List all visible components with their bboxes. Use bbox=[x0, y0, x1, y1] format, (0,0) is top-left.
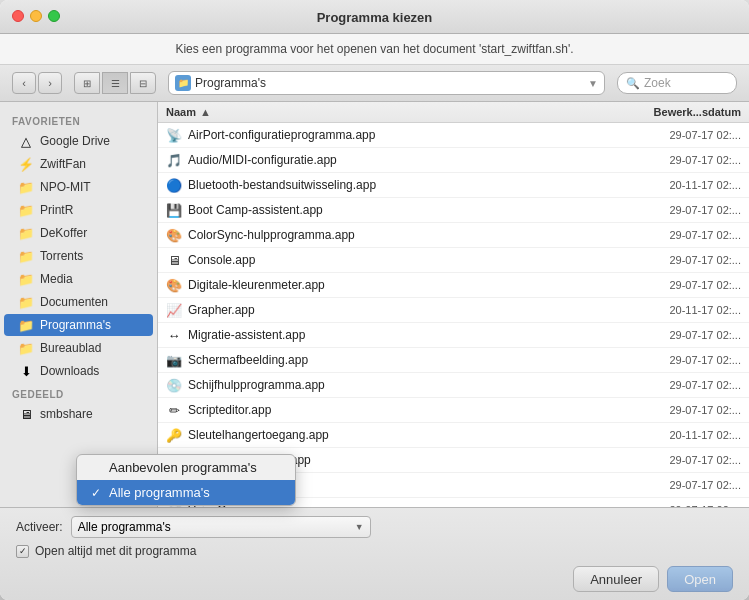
file-icon: 💿 bbox=[166, 377, 182, 393]
sort-indicator: ▲ bbox=[200, 106, 211, 118]
file-icon: 🎨 bbox=[166, 277, 182, 293]
icon-view-button[interactable]: ⊞ bbox=[74, 72, 100, 94]
view-buttons: ⊞ ☰ ⊟ bbox=[74, 72, 156, 94]
list-view-button[interactable]: ☰ bbox=[102, 72, 128, 94]
close-button[interactable] bbox=[12, 10, 24, 22]
table-row[interactable]: 🎨 Digitale-kleurenmeter.app 29-07-17 02:… bbox=[158, 273, 749, 298]
file-icon: 🔵 bbox=[166, 177, 182, 193]
sidebar-item-zwiftfan[interactable]: ⚡ ZwiftFan bbox=[4, 153, 153, 175]
sidebar-item-programmas[interactable]: 📁 Programma's bbox=[4, 314, 153, 336]
google-drive-icon: △ bbox=[18, 133, 34, 149]
file-date-cell: 20-11-17 02:... bbox=[629, 177, 749, 193]
sidebar-item-torrents[interactable]: 📁 Torrents bbox=[4, 245, 153, 267]
shared-section-label: GEDEELD bbox=[0, 383, 157, 402]
file-date-cell: 20-11-17 02:... bbox=[629, 427, 749, 443]
file-name-cell: 📈 Grapher.app bbox=[158, 300, 629, 320]
file-name-cell: 🔑 Sleutelhangertoegang.app bbox=[158, 425, 629, 445]
table-row[interactable]: 🎵 Audio/MIDI-configuratie.app 29-07-17 0… bbox=[158, 148, 749, 173]
file-icon: 💾 bbox=[166, 202, 182, 218]
file-icon: 🔑 bbox=[166, 427, 182, 443]
torrents-icon: 📁 bbox=[18, 248, 34, 264]
sidebar-item-label: Downloads bbox=[40, 364, 99, 378]
file-icon: 📈 bbox=[166, 302, 182, 318]
location-bar[interactable]: 📁 Programma's ▼ bbox=[168, 71, 605, 95]
open-always-checkbox[interactable]: ✓ bbox=[16, 545, 29, 558]
sidebar-item-label: ZwiftFan bbox=[40, 157, 86, 171]
sidebar-item-google-drive[interactable]: △ Google Drive bbox=[4, 130, 153, 152]
maximize-button[interactable] bbox=[48, 10, 60, 22]
column-view-button[interactable]: ⊟ bbox=[130, 72, 156, 94]
location-folder-icon: 📁 bbox=[175, 75, 191, 91]
dropdown-item-aanbevolen[interactable]: Aanbevolen programma's bbox=[77, 455, 295, 480]
traffic-lights bbox=[12, 10, 60, 22]
buttons-row: Annuleer Open bbox=[16, 566, 733, 592]
dropdown-item-label: Alle programma's bbox=[109, 485, 210, 500]
sidebar-item-label: Torrents bbox=[40, 249, 83, 263]
sidebar-item-documenten[interactable]: 📁 Documenten bbox=[4, 291, 153, 313]
main-content: FAVORIETEN △ Google Drive ⚡ ZwiftFan 📁 N… bbox=[0, 102, 749, 507]
table-row[interactable]: 🔑 Sleutelhangertoegang.app 20-11-17 02:.… bbox=[158, 423, 749, 448]
sidebar-item-printr[interactable]: 📁 PrintR bbox=[4, 199, 153, 221]
table-row[interactable]: 📈 Grapher.app 20-11-17 02:... bbox=[158, 298, 749, 323]
activeer-dropdown[interactable]: Alle programma's ▼ bbox=[71, 516, 371, 538]
sidebar-item-bureaublad[interactable]: 📁 Bureaublad bbox=[4, 337, 153, 359]
location-text: Programma's bbox=[195, 76, 584, 90]
table-row[interactable]: 🎨 ColorSync-hulpprogramma.app 29-07-17 0… bbox=[158, 223, 749, 248]
file-name-cell: 🖥 Console.app bbox=[158, 250, 629, 270]
file-date-cell: 29-07-17 02:... bbox=[629, 377, 749, 393]
forward-button[interactable]: › bbox=[38, 72, 62, 94]
table-row[interactable]: 🔵 Bluetooth-bestandsuitwisseling.app 20-… bbox=[158, 173, 749, 198]
file-name-cell: 📷 Schermafbeelding.app bbox=[158, 350, 629, 370]
search-placeholder: Zoek bbox=[644, 76, 671, 90]
sidebar-item-label: smbshare bbox=[40, 407, 93, 421]
sidebar-item-media[interactable]: 📁 Media bbox=[4, 268, 153, 290]
table-row[interactable]: 💿 Schijfhulpprogramma.app 29-07-17 02:..… bbox=[158, 373, 749, 398]
file-date-cell: 29-07-17 02:... bbox=[629, 252, 749, 268]
sidebar-item-smbshare[interactable]: 🖥 smbshare bbox=[4, 403, 153, 425]
programmas-icon: 📁 bbox=[18, 317, 34, 333]
search-bar[interactable]: 🔍 Zoek bbox=[617, 72, 737, 94]
table-row[interactable]: 📡 AirPort-configuratieprogramma.app 29-0… bbox=[158, 123, 749, 148]
sidebar-item-downloads[interactable]: ⬇ Downloads bbox=[4, 360, 153, 382]
sidebar-item-dekoffer[interactable]: 📁 DeKoffer bbox=[4, 222, 153, 244]
table-row[interactable]: 📷 Schermafbeelding.app 29-07-17 02:... bbox=[158, 348, 749, 373]
file-icon: 📷 bbox=[166, 352, 182, 368]
dropdown-item-alle[interactable]: ✓ Alle programma's bbox=[77, 480, 295, 505]
file-icon: ✏ bbox=[166, 402, 182, 418]
file-name-cell: 💾 Boot Camp-assistent.app bbox=[158, 200, 629, 220]
file-name-cell: 💿 Schijfhulpprogramma.app bbox=[158, 375, 629, 395]
media-icon: 📁 bbox=[18, 271, 34, 287]
col-name-header[interactable]: Naam ▲ bbox=[158, 106, 629, 118]
cancel-button[interactable]: Annuleer bbox=[573, 566, 659, 592]
file-name-cell: 🎨 Digitale-kleurenmeter.app bbox=[158, 275, 629, 295]
table-row[interactable]: ↔ Migratie-assistent.app 29-07-17 02:... bbox=[158, 323, 749, 348]
table-row[interactable]: 💾 Boot Camp-assistent.app 29-07-17 02:..… bbox=[158, 198, 749, 223]
dropdown-selected-text: Alle programma's bbox=[78, 520, 171, 534]
table-row[interactable]: 🖥 Console.app 29-07-17 02:... bbox=[158, 248, 749, 273]
sidebar-item-npo-mit[interactable]: 📁 NPO-MIT bbox=[4, 176, 153, 198]
file-date-cell: 29-07-17 02:... bbox=[629, 277, 749, 293]
downloads-icon: ⬇ bbox=[18, 363, 34, 379]
col-date-header[interactable]: Bewerk...sdatum bbox=[629, 106, 749, 118]
dekoffer-icon: 📁 bbox=[18, 225, 34, 241]
toolbar: ‹ › ⊞ ☰ ⊟ 📁 Programma's ▼ 🔍 Zoek bbox=[0, 65, 749, 102]
printr-icon: 📁 bbox=[18, 202, 34, 218]
file-icon: 🎵 bbox=[166, 152, 182, 168]
file-list-header: Naam ▲ Bewerk...sdatum bbox=[158, 102, 749, 123]
sidebar: FAVORIETEN △ Google Drive ⚡ ZwiftFan 📁 N… bbox=[0, 102, 158, 507]
checkmark-filled: ✓ bbox=[89, 486, 103, 500]
file-icon: 📡 bbox=[166, 127, 182, 143]
dropdown-overlay[interactable]: Aanbevolen programma's ✓ Alle programma'… bbox=[76, 454, 296, 506]
file-name-cell: 🎨 ColorSync-hulpprogramma.app bbox=[158, 225, 629, 245]
file-name-cell: ↔ Migratie-assistent.app bbox=[158, 325, 629, 345]
sidebar-item-label: Google Drive bbox=[40, 134, 110, 148]
file-date-cell: 20-11-17 02:... bbox=[629, 302, 749, 318]
file-date-cell: 29-07-17 02:... bbox=[629, 202, 749, 218]
minimize-button[interactable] bbox=[30, 10, 42, 22]
table-row[interactable]: ✏ Scripteditor.app 29-07-17 02:... bbox=[158, 398, 749, 423]
open-button[interactable]: Open bbox=[667, 566, 733, 592]
file-icon: ↔ bbox=[166, 327, 182, 343]
back-button[interactable]: ‹ bbox=[12, 72, 36, 94]
file-list[interactable]: Naam ▲ Bewerk...sdatum 📡 AirPort-configu… bbox=[158, 102, 749, 507]
dropdown-item-label: Aanbevolen programma's bbox=[109, 460, 257, 475]
